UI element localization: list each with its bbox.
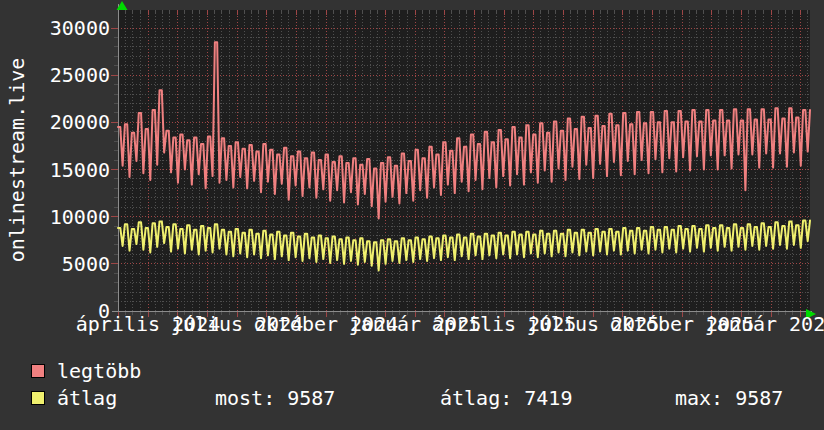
legend-label-legtobb: legtöbb: [57, 359, 141, 383]
y-tick-label: 10000: [0, 206, 110, 228]
x-tick-label: január 2026: [705, 313, 824, 335]
y-tick-label: 5000: [0, 253, 110, 275]
y-tick-label: 25000: [0, 64, 110, 86]
legend-label-atlag: átlag: [57, 386, 117, 410]
y-tick-label: 15000: [0, 159, 110, 181]
stat-atlag: átlag: 7419: [440, 386, 572, 410]
stat-most: most: 9587: [215, 386, 335, 410]
plot-area: [118, 10, 810, 311]
legend-swatch-legtobb: [31, 364, 45, 378]
legend-swatch-atlag: [31, 391, 45, 405]
rrd-graph: onlinestream.live 3000025000200001500010…: [0, 0, 824, 430]
y-tick-label: 20000: [0, 111, 110, 133]
stat-max: max: 9587: [675, 386, 783, 410]
y-tick-label: 30000: [0, 17, 110, 39]
